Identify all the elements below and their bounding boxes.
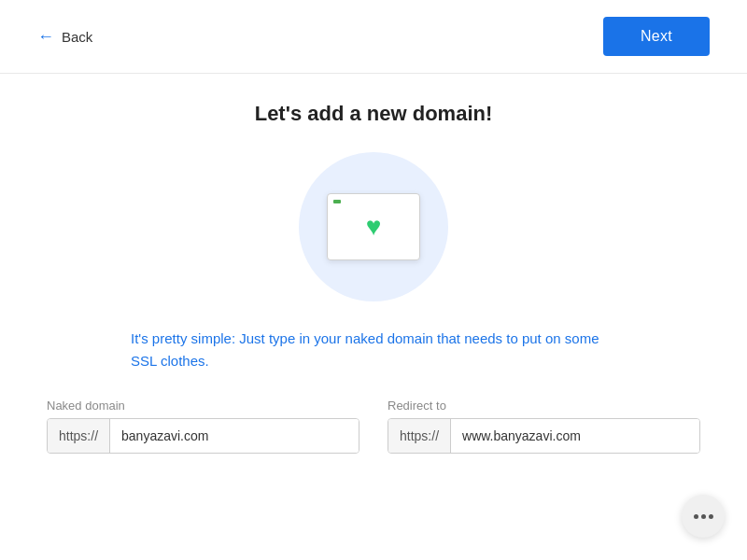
envelope-icon: ♥ bbox=[327, 193, 420, 260]
redirect-prefix: https:// bbox=[388, 419, 451, 453]
chat-widget-button[interactable] bbox=[682, 495, 725, 538]
naked-domain-input[interactable] bbox=[110, 419, 359, 453]
naked-domain-input-wrapper: https:// bbox=[47, 418, 359, 454]
back-arrow-icon: ← bbox=[37, 27, 54, 47]
dot-1 bbox=[694, 514, 698, 519]
illustration-circle: ♥ bbox=[299, 152, 448, 301]
envelope-illustration: ♥ bbox=[327, 193, 420, 260]
naked-domain-label: Naked domain bbox=[47, 399, 359, 413]
redirect-to-input-wrapper: https:// bbox=[388, 418, 700, 454]
chat-dots-icon bbox=[694, 514, 713, 519]
header: ← Back Next bbox=[0, 0, 747, 74]
page-title: Let's add a new domain! bbox=[255, 102, 493, 126]
description-text: It's pretty simple: Just type in your na… bbox=[131, 328, 616, 372]
heart-icon: ♥ bbox=[366, 212, 382, 242]
dot-2 bbox=[701, 514, 706, 519]
redirect-to-input[interactable] bbox=[451, 419, 699, 453]
naked-domain-prefix: https:// bbox=[48, 419, 110, 453]
naked-domain-field-group: Naked domain https:// bbox=[47, 399, 359, 454]
dot-3 bbox=[709, 514, 713, 519]
next-button[interactable]: Next bbox=[603, 17, 710, 56]
back-button[interactable]: ← Back bbox=[37, 27, 92, 47]
main-content: Let's add a new domain! ♥ It's pretty si… bbox=[0, 74, 747, 472]
redirect-to-field-group: Redirect to https:// bbox=[388, 399, 700, 454]
form-row: Naked domain https:// Redirect to https:… bbox=[47, 399, 700, 454]
redirect-to-label: Redirect to bbox=[388, 399, 700, 413]
back-label: Back bbox=[62, 29, 92, 45]
description-block: It's pretty simple: Just type in your na… bbox=[131, 328, 616, 372]
